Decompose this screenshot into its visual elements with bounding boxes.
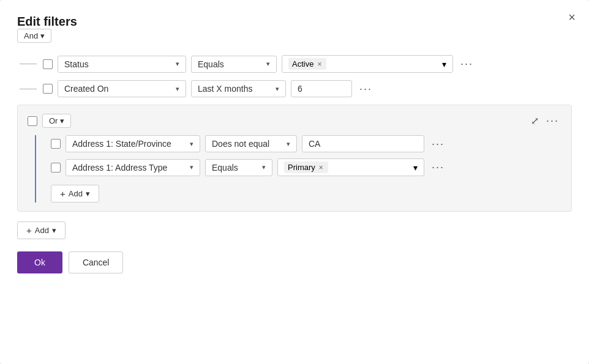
or-row2-value-dropdown[interactable]: Primary × ▾ xyxy=(277,158,424,176)
or-row1-field-label: Address 1: State/Province xyxy=(72,139,171,149)
or-row2-chip-label: Primary xyxy=(288,163,315,172)
row1-field-label: Status xyxy=(64,59,89,69)
row1-operator-dropdown[interactable]: Equals ▾ xyxy=(191,56,277,73)
row1-active-chip: Active × xyxy=(288,58,326,70)
or-rows: Address 1: State/Province ▾ Does not equ… xyxy=(35,135,561,202)
or-row-1: Address 1: State/Province ▾ Does not equ… xyxy=(51,135,561,152)
row2-field-chevron-icon: ▾ xyxy=(176,85,179,93)
connector-line-2 xyxy=(20,89,37,89)
bottom-add-chevron-icon: ▾ xyxy=(52,226,56,235)
or-label: Or xyxy=(49,116,58,125)
row1-field-chevron-icon: ▾ xyxy=(176,60,179,68)
row2-field-dropdown[interactable]: Created On ▾ xyxy=(58,80,186,97)
row1-value-dropdown[interactable]: Active × ▾ xyxy=(282,55,453,73)
or-group-actions: ⤢ ··· xyxy=(531,114,561,127)
bottom-add-plus-icon: + xyxy=(26,225,32,236)
bottom-add-area: + Add ▾ xyxy=(17,219,572,239)
row1-chip-label: Active xyxy=(292,59,313,69)
row2-operator-chevron-icon: ▾ xyxy=(276,85,279,93)
row2-more-button[interactable]: ··· xyxy=(357,83,375,95)
bottom-add-button[interactable]: + Add ▾ xyxy=(17,221,66,239)
or-group-header: Or ▾ ⤢ ··· xyxy=(28,114,561,128)
or-row1-checkbox[interactable] xyxy=(51,139,61,149)
close-button[interactable]: × xyxy=(568,11,576,23)
and-group-button[interactable]: And ▾ xyxy=(17,29,51,43)
cancel-button[interactable]: Cancel xyxy=(69,251,124,273)
row2-operator-label: Last X months xyxy=(198,84,253,94)
or-group-add-button[interactable]: + Add ▾ xyxy=(51,185,99,202)
or-row1-operator-dropdown[interactable]: Does not equal ▾ xyxy=(205,135,297,152)
or-row2-more-button[interactable]: ··· xyxy=(429,161,447,174)
row1-checkbox[interactable] xyxy=(43,59,53,69)
or-add-label: Add xyxy=(69,189,83,198)
row2-field-label: Created On xyxy=(64,84,108,94)
row2-operator-dropdown[interactable]: Last X months ▾ xyxy=(191,80,286,97)
or-row1-field-chevron-icon: ▾ xyxy=(190,140,193,148)
or-add-plus-icon: + xyxy=(60,188,66,199)
connector-line-1 xyxy=(20,64,37,64)
or-group-collapse-button[interactable]: ⤢ xyxy=(531,115,539,127)
or-group: Or ▾ ⤢ ··· Address 1: State/Province ▾ D… xyxy=(17,105,572,212)
or-row1-value-input[interactable]: CA xyxy=(302,135,424,152)
row1-field-dropdown[interactable]: Status ▾ xyxy=(58,56,186,73)
row1-chip-remove-button[interactable]: × xyxy=(316,60,323,69)
or-row-2: Address 1: Address Type ▾ Equals ▾ Prima… xyxy=(51,158,561,176)
row1-operator-chevron-icon: ▾ xyxy=(266,60,270,68)
or-add-chevron-icon: ▾ xyxy=(86,189,90,198)
and-chevron-icon: ▾ xyxy=(40,31,45,40)
bottom-add-label: Add xyxy=(35,226,49,235)
row1-tag-inner: Active × xyxy=(288,58,326,70)
or-row1-more-button[interactable]: ··· xyxy=(429,138,447,150)
footer: Ok Cancel xyxy=(17,251,572,273)
or-row2-chip-remove-button[interactable]: × xyxy=(318,163,325,172)
row1-operator-label: Equals xyxy=(198,59,224,69)
or-row2-operator-label: Equals xyxy=(212,163,238,173)
or-row2-tag-inner: Primary × xyxy=(284,162,328,173)
or-row1-field-dropdown[interactable]: Address 1: State/Province ▾ xyxy=(66,135,200,152)
and-label: And xyxy=(24,31,38,40)
row2-checkbox[interactable] xyxy=(43,84,53,94)
or-row1-operator-label: Does not equal xyxy=(212,139,269,149)
or-row1-operator-chevron-icon: ▾ xyxy=(287,140,290,148)
or-row2-operator-dropdown[interactable]: Equals ▾ xyxy=(205,159,272,176)
or-row2-field-dropdown[interactable]: Address 1: Address Type ▾ xyxy=(66,159,200,176)
row1-value-chevron-icon: ▾ xyxy=(442,59,446,69)
or-chevron-icon: ▾ xyxy=(60,116,64,125)
row1-more-button[interactable]: ··· xyxy=(458,58,476,70)
filter-row-createdon: Created On ▾ Last X months ▾ 6 ··· xyxy=(17,80,572,97)
or-row2-field-chevron-icon: ▾ xyxy=(190,163,193,171)
filter-row-status: Status ▾ Equals ▾ Active × ▾ ··· xyxy=(17,55,572,73)
or-row2-value-chevron-icon: ▾ xyxy=(413,163,418,173)
dialog-title: Edit filters xyxy=(17,15,77,28)
or-row2-primary-chip: Primary × xyxy=(284,162,328,173)
or-row2-checkbox[interactable] xyxy=(51,163,61,173)
or-group-more-button[interactable]: ··· xyxy=(544,114,561,127)
ok-button[interactable]: Ok xyxy=(17,251,62,273)
or-row2-operator-chevron-icon: ▾ xyxy=(262,163,266,171)
or-group-checkbox[interactable] xyxy=(28,116,37,126)
edit-filters-dialog: Edit filters × And ▾ Status ▾ Equals ▾ A… xyxy=(0,0,589,364)
or-row2-field-label: Address 1: Address Type xyxy=(72,163,167,173)
row2-value-input[interactable]: 6 xyxy=(291,80,352,97)
or-group-button[interactable]: Or ▾ xyxy=(42,114,71,128)
